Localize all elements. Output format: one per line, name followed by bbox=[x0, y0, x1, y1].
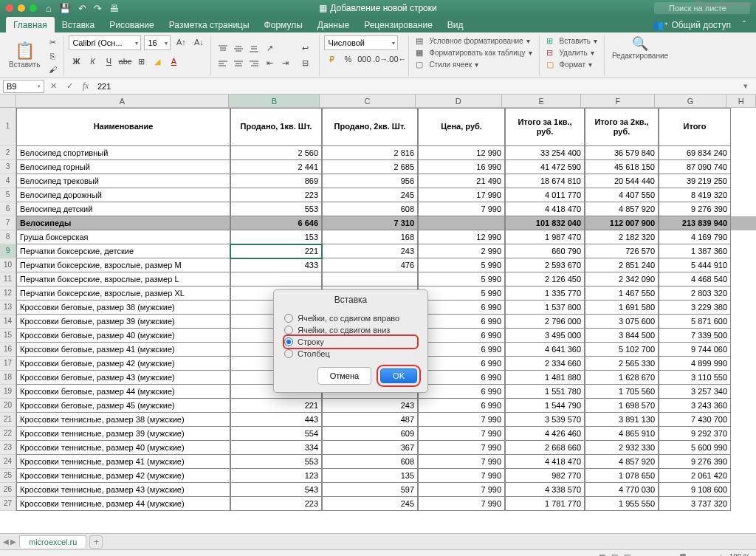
cell[interactable]: 12 990 bbox=[418, 230, 505, 244]
cell[interactable]: 153 bbox=[230, 230, 322, 244]
cell[interactable]: 6 646 bbox=[230, 216, 322, 230]
row-header[interactable]: 16 bbox=[0, 343, 16, 357]
cell[interactable] bbox=[731, 160, 756, 174]
align-bottom-button[interactable] bbox=[247, 42, 261, 55]
cell[interactable] bbox=[230, 272, 322, 286]
cell[interactable] bbox=[731, 469, 756, 483]
cell[interactable]: 16 990 bbox=[418, 160, 505, 174]
cell[interactable] bbox=[731, 244, 756, 258]
cell[interactable]: Груша боксерская bbox=[16, 230, 230, 244]
cell[interactable] bbox=[731, 329, 756, 343]
cell[interactable]: 7 990 bbox=[418, 202, 505, 216]
cell[interactable]: 1 078 650 bbox=[585, 469, 659, 483]
align-top-button[interactable] bbox=[216, 42, 230, 55]
percent-button[interactable]: % bbox=[340, 52, 355, 66]
tab-formulas[interactable]: Формулы bbox=[257, 17, 310, 32]
row-header[interactable]: 19 bbox=[0, 385, 16, 399]
cell[interactable] bbox=[731, 371, 756, 385]
cell[interactable] bbox=[731, 315, 756, 329]
cell[interactable]: Кроссовки беговые, размер 44 (мужские) bbox=[16, 385, 230, 399]
cell[interactable]: 7 430 700 bbox=[659, 413, 731, 427]
cell[interactable]: Перчатки боксерские, взрослые, размер XL bbox=[16, 286, 230, 301]
cell[interactable]: Кроссовки теннисные, размер 38 (мужские) bbox=[16, 413, 230, 427]
cell[interactable]: 3 257 340 bbox=[659, 385, 731, 399]
undo-icon[interactable]: ↶ bbox=[78, 3, 86, 14]
cell[interactable] bbox=[731, 258, 756, 272]
cell[interactable] bbox=[418, 216, 505, 230]
collapse-ribbon-icon[interactable]: ˆ bbox=[738, 18, 750, 32]
cell[interactable]: 2 593 670 bbox=[505, 258, 585, 272]
align-right-button[interactable] bbox=[247, 57, 261, 70]
cell[interactable]: Кроссовки беговые, размер 45 (мужские) bbox=[16, 399, 230, 413]
cell[interactable] bbox=[731, 497, 756, 511]
cell[interactable]: 1 481 880 bbox=[505, 371, 585, 385]
conditional-formatting-button[interactable]: ▤Условное форматирование ▾ bbox=[413, 35, 534, 47]
cell[interactable]: Велосипеды bbox=[16, 216, 230, 230]
wrap-text-button[interactable]: ↩ bbox=[295, 42, 315, 55]
cell[interactable]: 69 834 240 bbox=[659, 146, 731, 160]
cell[interactable]: 2 126 450 bbox=[505, 272, 585, 286]
cell[interactable]: 45 618 150 bbox=[585, 160, 659, 174]
cell[interactable] bbox=[731, 357, 756, 371]
cell[interactable]: 443 bbox=[230, 413, 322, 427]
cell[interactable]: Велосипед дорожный bbox=[16, 188, 230, 202]
font-color-button[interactable]: A bbox=[166, 55, 181, 68]
radio-shift-right[interactable]: Ячейки, со сдвигом вправо bbox=[284, 312, 417, 324]
cell[interactable]: 367 bbox=[322, 441, 418, 455]
col-header-F[interactable]: F bbox=[581, 95, 654, 107]
cell[interactable]: 223 bbox=[230, 497, 322, 511]
currency-button[interactable]: ₽ bbox=[324, 52, 339, 66]
fx-icon[interactable]: fx bbox=[78, 80, 93, 93]
cell-styles-button[interactable]: ▢Стили ячеек ▾ bbox=[413, 59, 534, 70]
cell[interactable]: Велосипед горный bbox=[16, 160, 230, 174]
print-icon[interactable]: 🖶 bbox=[109, 3, 119, 14]
fill-color-button[interactable]: ◢ bbox=[150, 55, 165, 68]
zoom-out-icon[interactable]: − bbox=[636, 553, 641, 556]
cell[interactable]: 4 169 790 bbox=[659, 230, 731, 244]
cell[interactable]: 726 570 bbox=[585, 244, 659, 258]
cell[interactable]: Кроссовки беговые, размер 42 (мужские) bbox=[16, 357, 230, 371]
cell[interactable]: 2 560 bbox=[230, 146, 322, 160]
cell[interactable]: Перчатки боксерские, детские bbox=[16, 244, 230, 258]
col-header-H[interactable]: H bbox=[726, 95, 756, 107]
ok-button[interactable]: OK bbox=[380, 368, 417, 383]
cell[interactable]: Велосипед трековый bbox=[16, 174, 230, 188]
cell[interactable]: Кроссовки беговые, размер 43 (мужские) bbox=[16, 371, 230, 385]
cell[interactable] bbox=[731, 286, 756, 301]
row-header[interactable]: 27 bbox=[0, 497, 16, 511]
cell[interactable]: 243 bbox=[322, 244, 418, 258]
header-cell[interactable]: Продано, 2кв. Шт. bbox=[322, 108, 418, 146]
home-icon[interactable]: ⌂ bbox=[46, 3, 52, 14]
cell[interactable]: 123 bbox=[230, 469, 322, 483]
cell[interactable]: 2 685 bbox=[322, 160, 418, 174]
cell[interactable]: 7 310 bbox=[322, 216, 418, 230]
cell[interactable]: 4 407 550 bbox=[585, 188, 659, 202]
cell[interactable] bbox=[731, 455, 756, 469]
cell[interactable]: 6 990 bbox=[418, 385, 505, 399]
decrease-font-button[interactable]: A↓ bbox=[191, 35, 206, 49]
row-header[interactable]: 8 bbox=[0, 230, 16, 244]
cell[interactable]: Кроссовки теннисные, размер 39 (мужские) bbox=[16, 427, 230, 441]
cell[interactable]: 334 bbox=[230, 441, 322, 455]
sheet-prev-icon[interactable]: ◀ bbox=[3, 538, 9, 546]
cell[interactable]: 5 990 bbox=[418, 286, 505, 301]
cell[interactable] bbox=[731, 272, 756, 286]
align-center-button[interactable] bbox=[231, 57, 246, 70]
increase-font-button[interactable]: A↑ bbox=[173, 35, 188, 49]
editing-button[interactable]: 🔍 Редактирование bbox=[609, 35, 671, 61]
cell[interactable]: 17 990 bbox=[418, 188, 505, 202]
cell[interactable]: 4 338 570 bbox=[505, 483, 585, 497]
expand-formula-icon[interactable]: ▾ bbox=[738, 80, 753, 93]
cell[interactable]: 4 770 030 bbox=[585, 483, 659, 497]
cell[interactable]: 3 891 130 bbox=[585, 413, 659, 427]
decrease-indent-button[interactable]: ⇤ bbox=[262, 57, 277, 70]
format-as-table-button[interactable]: ▦Форматировать как таблицу ▾ bbox=[413, 47, 534, 58]
cancel-formula-icon[interactable]: ✕ bbox=[46, 80, 61, 93]
cell[interactable] bbox=[731, 174, 756, 188]
cell[interactable]: 4 641 360 bbox=[505, 343, 585, 357]
cell[interactable]: 7 990 bbox=[418, 483, 505, 497]
cell[interactable]: 9 744 060 bbox=[659, 343, 731, 357]
cell[interactable]: 2 441 bbox=[230, 160, 322, 174]
cell[interactable]: 6 990 bbox=[418, 357, 505, 371]
orientation-button[interactable]: ↗ bbox=[262, 42, 277, 55]
